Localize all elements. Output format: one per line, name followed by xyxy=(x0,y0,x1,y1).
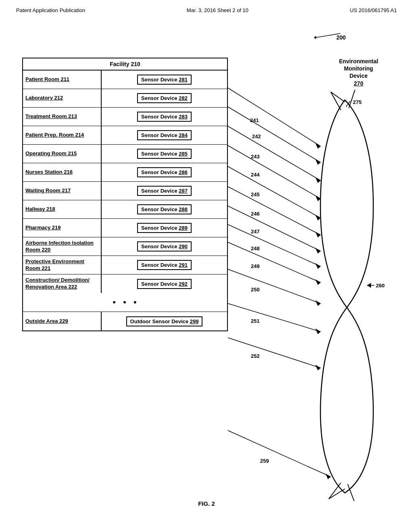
sensor-box-11: Sensor Device 292 xyxy=(137,279,192,289)
svg-text:250: 250 xyxy=(251,287,260,293)
outside-room-cell: Outside Area 229 xyxy=(23,312,102,330)
ref-200: 200 xyxy=(312,29,348,48)
svg-marker-40 xyxy=(325,474,331,479)
svg-line-26 xyxy=(228,242,321,283)
facility-row-10: Protective Environment Room 221Sensor De… xyxy=(23,256,227,274)
svg-text:241: 241 xyxy=(250,117,259,123)
sensor-box-9: Sensor Device 290 xyxy=(137,241,192,251)
svg-marker-34 xyxy=(315,328,321,334)
sensor-box-7: Sensor Device 288 xyxy=(137,204,192,214)
svg-text:275: 275 xyxy=(353,99,362,105)
svg-marker-28 xyxy=(315,279,321,285)
env-device-label: Environmental Monitoring Device 270 xyxy=(326,58,391,87)
svg-line-20 xyxy=(228,206,321,251)
sensor-box-4: Sensor Device 285 xyxy=(137,149,192,159)
facility-row-6: Waiting Room 217Sensor Device 287 xyxy=(23,182,227,200)
svg-marker-22 xyxy=(315,248,321,254)
header-right: US 2016/061795 A1 xyxy=(350,7,397,13)
svg-text:259: 259 xyxy=(260,458,269,464)
page-header: Patent Application Publication Mar. 3, 2… xyxy=(0,0,413,17)
sensor-box-3: Sensor Device 284 xyxy=(137,130,192,140)
facility-row-7: Hallway 218Sensor Device 288 xyxy=(23,200,227,219)
svg-text:251: 251 xyxy=(251,318,260,324)
dots-row: • • • xyxy=(23,293,227,312)
sensor-cell-4: Sensor Device 285 xyxy=(102,145,227,163)
room-cell-4: Operating Room 215 xyxy=(23,145,102,163)
room-cell-2: Treatment Room 213 xyxy=(23,108,102,126)
sensor-box-10: Sensor Device 291 xyxy=(137,260,192,270)
svg-text:246: 246 xyxy=(251,211,260,217)
svg-marker-4 xyxy=(315,143,321,149)
facility-row-8: Pharmacy 219Sensor Device 289 xyxy=(23,219,227,237)
room-cell-8: Pharmacy 219 xyxy=(23,219,102,237)
svg-marker-37 xyxy=(315,365,321,370)
svg-line-17 xyxy=(228,187,321,235)
room-cell-0: Patient Room 211 xyxy=(23,71,102,89)
svg-text:247: 247 xyxy=(251,229,260,235)
sensor-cell-3: Sensor Device 284 xyxy=(102,126,227,144)
sensor-box-2: Sensor Device 283 xyxy=(137,112,192,122)
svg-line-32 xyxy=(228,303,321,332)
svg-line-5 xyxy=(228,107,321,162)
sensor-cell-1: Sensor Device 282 xyxy=(102,89,227,107)
svg-marker-25 xyxy=(315,263,321,269)
sensor-box-1: Sensor Device 282 xyxy=(137,93,192,103)
sensor-cell-5: Sensor Device 286 xyxy=(102,163,227,181)
outside-sensor-cell: Outdoor Sensor Device 299 xyxy=(102,312,227,330)
facility-row-4: Operating Room 215Sensor Device 285 xyxy=(23,145,227,163)
svg-line-23 xyxy=(228,224,321,266)
facility-row-0: Patient Room 211Sensor Device 281 xyxy=(23,71,227,89)
room-cell-10: Protective Environment Room 221 xyxy=(23,256,102,274)
sensor-box-5: Sensor Device 286 xyxy=(137,167,192,177)
svg-line-35 xyxy=(228,338,321,368)
svg-line-8 xyxy=(228,126,321,181)
sensor-cell-7: Sensor Device 288 xyxy=(102,200,227,218)
svg-marker-19 xyxy=(315,232,321,237)
svg-text:245: 245 xyxy=(251,191,260,197)
svg-text:249: 249 xyxy=(251,263,260,269)
svg-marker-1 xyxy=(314,36,316,39)
svg-line-42 xyxy=(346,101,350,107)
outside-sensor-box: Outdoor Sensor Device 299 xyxy=(126,316,203,326)
header-center: Mar. 3, 2016 Sheet 2 of 10 xyxy=(187,7,248,13)
svg-line-29 xyxy=(228,269,321,303)
svg-line-14 xyxy=(228,166,321,218)
sensor-box-6: Sensor Device 287 xyxy=(137,186,192,196)
room-cell-11: Construction/ Demolition/ Renovation Are… xyxy=(23,274,102,293)
outside-row: Outside Area 229Outdoor Sensor Device 29… xyxy=(23,312,227,330)
svg-text:244: 244 xyxy=(251,172,260,178)
facility-table: Facility 210 Patient Room 211Sensor Devi… xyxy=(22,58,228,331)
facility-row-3: Patient Prep. Room 214Sensor Device 284 xyxy=(23,126,227,145)
svg-text:260: 260 xyxy=(376,283,385,289)
svg-marker-16 xyxy=(315,215,321,220)
svg-text:242: 242 xyxy=(252,133,261,139)
sensor-cell-11: Sensor Device 292 xyxy=(102,274,227,293)
room-cell-3: Patient Prep. Room 214 xyxy=(23,126,102,144)
room-cell-1: Laboratory 212 xyxy=(23,89,102,107)
room-cell-7: Hallway 218 xyxy=(23,200,102,218)
sensor-cell-8: Sensor Device 289 xyxy=(102,219,227,237)
sensor-box-0: Sensor Device 281 xyxy=(137,75,192,85)
sensor-cell-10: Sensor Device 291 xyxy=(102,256,227,274)
room-cell-5: Nurses Station 216 xyxy=(23,163,102,181)
facility-row-2: Treatment Room 213Sensor Device 283 xyxy=(23,108,227,126)
svg-marker-10 xyxy=(315,177,321,183)
facility-title: Facility 210 xyxy=(23,58,227,71)
figure-caption: FIG. 2 xyxy=(198,500,215,507)
facility-row-1: Laboratory 212Sensor Device 282 xyxy=(23,89,227,108)
room-cell-9: Airborne Infection Isolation Room 220 xyxy=(23,237,102,256)
room-cell-6: Waiting Room 217 xyxy=(23,182,102,200)
svg-marker-31 xyxy=(315,300,321,306)
sensor-box-8: Sensor Device 289 xyxy=(137,223,192,233)
svg-marker-7 xyxy=(315,159,321,165)
sensor-cell-6: Sensor Device 287 xyxy=(102,182,227,200)
diagram-area: 200 Facility 210 Patient Room 211Sensor … xyxy=(0,17,413,513)
sensor-cell-2: Sensor Device 283 xyxy=(102,108,227,126)
sensor-cell-0: Sensor Device 281 xyxy=(102,71,227,89)
facility-rows: Patient Room 211Sensor Device 281Laborat… xyxy=(23,71,227,293)
svg-marker-45 xyxy=(367,283,371,288)
sensor-cell-9: Sensor Device 290 xyxy=(102,237,227,256)
svg-text:243: 243 xyxy=(251,154,260,160)
svg-text:252: 252 xyxy=(251,353,260,359)
svg-line-38 xyxy=(228,430,331,477)
